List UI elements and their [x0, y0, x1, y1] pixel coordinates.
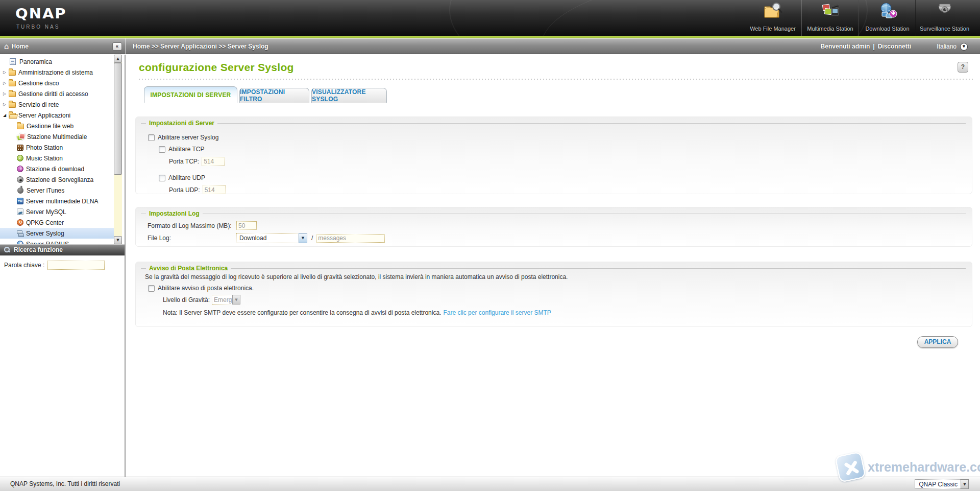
sidebar-item-server-syslog[interactable]: Server Syslog: [0, 228, 114, 239]
multimedia-station-shortcut[interactable]: Multimedia Station: [801, 0, 859, 36]
theme-selected-value: QNAP Classic: [915, 481, 961, 488]
apple-icon: [17, 188, 23, 194]
keyword-input[interactable]: [47, 261, 105, 270]
qnap-admin-window: { "colors": { "accent_green": "#76b200",…: [0, 0, 980, 491]
enable-udp-label: Abilitare UDP: [168, 174, 205, 181]
sidebar-item-gestione-file-web[interactable]: Gestione file web: [0, 121, 125, 131]
section-legend: Avviso di Posta Elettronica: [141, 265, 966, 272]
log-folder-selected-value: Download: [237, 235, 299, 242]
sidebar-item-photo-station[interactable]: Photo Station: [0, 142, 125, 153]
download-station-shortcut[interactable]: Download Station: [859, 0, 916, 36]
dropdown-arrow-icon[interactable]: ▼: [299, 233, 307, 243]
sidebar-item-server-mysql[interactable]: Server MySQL: [0, 206, 125, 217]
theme-select[interactable]: QNAP Classic ▼: [915, 479, 969, 489]
expand-icon[interactable]: [3, 102, 9, 107]
log-file-name-input[interactable]: [316, 234, 385, 243]
station-label: Multimedia Station: [802, 26, 859, 32]
mysql-icon: [17, 208, 23, 215]
sidebar-item-stazione-di-download[interactable]: Stazione di download: [0, 163, 125, 174]
email-alert-description: Se la gravità del messaggio di log ricev…: [145, 273, 962, 280]
sidebar-item-gestione-disco[interactable]: Gestione disco: [0, 78, 125, 88]
syslog-icon: [17, 230, 23, 237]
multimedia-station-icon: [821, 2, 840, 21]
sidebar-item-amministrazione-di-sistema[interactable]: Amministrazione di sistema: [0, 67, 125, 78]
folder-icon: [9, 70, 16, 76]
breadcrumb-bar: Home >> Server Applicazioni >> Server Sy…: [126, 38, 980, 54]
scrollbar-down-button[interactable]: ▼: [114, 236, 122, 244]
sidebar-item-stazione-multimediale[interactable]: Stazione Multimediale: [0, 131, 125, 142]
search-icon: [4, 247, 10, 253]
sidebar-item-panoramica[interactable]: Panoramica: [0, 56, 125, 67]
log-file-label: File Log:: [148, 235, 236, 242]
footer-bar: QNAP Systems, Inc. Tutti i diritti riser…: [0, 477, 980, 491]
search-panel-title: Ricerca funzione: [14, 246, 63, 253]
breadcrumb: Home >> Server Applicazioni >> Server Sy…: [133, 39, 268, 54]
surveillance-station-shortcut[interactable]: Surveillance Station: [916, 0, 973, 36]
enable-tcp-checkbox[interactable]: [159, 146, 165, 153]
tcp-port-label: Porta TCP:: [169, 158, 199, 165]
severity-level-label: Livello di Gravità:: [163, 296, 210, 303]
language-dropdown-icon[interactable]: ▼: [960, 43, 968, 51]
sidebar-item-gestione-diritti-di-accesso[interactable]: Gestione diritti di accesso: [0, 88, 125, 99]
dropdown-arrow-icon[interactable]: ▼: [232, 295, 240, 305]
enable-email-alert-label: Abilitare avviso di posta elettronica.: [158, 285, 254, 292]
apply-button[interactable]: APPLICA: [917, 336, 958, 348]
collapse-icon[interactable]: [3, 113, 9, 118]
log-settings-section: Impostazioni Log Formato di Log Massimo …: [135, 207, 972, 247]
tree-scrollbar[interactable]: ▲ ▼: [114, 55, 122, 244]
scrollbar-up-button[interactable]: ▲: [114, 55, 122, 63]
radius-icon: [17, 241, 23, 244]
navigation-tree: Panoramica Amministrazione di sistema Ge…: [0, 55, 125, 244]
tab-visualizzatore-syslog[interactable]: VISUALIZZATORE SYSLOG: [311, 88, 387, 103]
sidebar-item-server-itunes[interactable]: Server iTunes: [0, 185, 125, 196]
configure-smtp-link[interactable]: Fare clic per configurare il server SMTP: [443, 309, 551, 316]
sidebar-item-stazione-di-sorveglianza[interactable]: Stazione di Sorveglianza: [0, 174, 125, 185]
expand-icon[interactable]: [3, 91, 9, 96]
scrollbar-thumb[interactable]: [114, 63, 122, 175]
search-panel-header[interactable]: Ricerca funzione: [0, 244, 125, 255]
tab-impostazioni-filtro[interactable]: IMPOSTAZIONI FILTRO: [239, 88, 309, 103]
document-icon: [10, 58, 16, 65]
copyright-text: QNAP Systems, Inc. Tutti i diritti riser…: [10, 477, 120, 491]
dropdown-arrow-icon[interactable]: ▼: [961, 479, 969, 489]
welcome-text: Benvenuti admin: [821, 43, 870, 50]
collapse-sidebar-button[interactable]: «: [112, 42, 122, 51]
log-folder-select[interactable]: Download ▼: [236, 233, 307, 243]
web-file-manager-shortcut[interactable]: Web File Manager: [744, 0, 801, 36]
download-icon: [17, 166, 23, 172]
max-log-size-input[interactable]: [236, 221, 257, 230]
section-legend: Impostazioni di Server: [141, 120, 966, 127]
page-title: configurazione Server Syslog: [139, 61, 294, 74]
sidebar-item-server-radius[interactable]: Server RADIUS: [0, 239, 125, 244]
qnap-wordmark: QNAP: [15, 6, 67, 21]
folder-icon: [9, 91, 16, 97]
expand-icon[interactable]: [3, 70, 9, 75]
enable-udp-checkbox[interactable]: [159, 175, 165, 181]
qnap-logo: QNAP TURBO NAS: [15, 5, 67, 30]
tab-impostazioni-di-server[interactable]: IMPOSTAZIONI DI SERVER: [144, 86, 237, 103]
sidebar-item-qpkg-center[interactable]: QPKG Center: [0, 217, 125, 228]
udp-port-input[interactable]: [203, 185, 226, 194]
main-content: configurazione Server Syslog ? IMPOSTAZI…: [126, 55, 980, 477]
expand-icon[interactable]: [3, 81, 9, 85]
station-label: Download Station: [859, 26, 916, 32]
language-label: Italiano: [937, 43, 957, 50]
top-banner: QNAP TURBO NAS Web File Manager: [0, 0, 980, 36]
language-selector[interactable]: Italiano ▼: [937, 39, 968, 54]
section-legend: Impostazioni Log: [141, 210, 966, 217]
sidebar-header: Home «: [0, 38, 126, 54]
severity-level-select[interactable]: Emerg ▼: [212, 295, 240, 305]
enable-syslog-checkbox[interactable]: [148, 134, 155, 141]
qpkg-icon: [17, 219, 23, 226]
enable-syslog-label: Abilitare server Syslog: [158, 134, 218, 141]
sidebar-item-server-applicazioni[interactable]: Server Applicazioni: [0, 110, 125, 121]
enable-email-alert-checkbox[interactable]: [148, 285, 155, 292]
sidebar-item-music-station[interactable]: Music Station: [0, 153, 125, 163]
udp-port-label: Porta UDP:: [169, 186, 200, 194]
help-button[interactable]: ?: [958, 62, 968, 73]
sidebar-item-server-multimediale-dlna[interactable]: Server multimediale DLNA: [0, 196, 125, 206]
logout-link[interactable]: Disconnetti: [878, 43, 911, 50]
sidebar-item-servizio-di-rete[interactable]: Servizio di rete: [0, 99, 125, 110]
tcp-port-input[interactable]: [202, 157, 225, 166]
keyword-label: Parola chiave :: [4, 262, 44, 269]
